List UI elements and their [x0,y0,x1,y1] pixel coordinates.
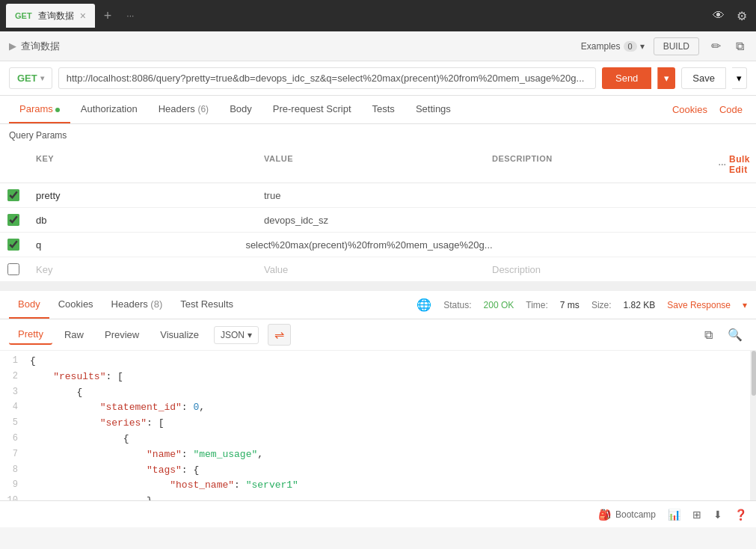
code-line-7: 7 "name": "mem_usage", [0,447,756,463]
status-bar: 🎒 Bootcamp 📊 ⊞ ⬇ ❓ [0,500,756,527]
eye-icon[interactable]: 👁 [710,6,728,25]
examples-button[interactable]: Examples 0 ▾ [581,41,645,52]
download-item[interactable]: ⬇ [713,509,722,521]
param-row-empty: Key Value Description [0,257,756,282]
line-num-1: 1 [0,354,30,369]
tab-body-label: Body [230,103,252,114]
line-content-5: "series": [ [30,416,756,432]
wrap-button[interactable]: ⇌ [268,324,291,346]
tab-headers[interactable]: Headers (6) [148,96,219,123]
desc-pretty[interactable] [483,189,711,201]
checkbox-db[interactable] [0,208,27,232]
copy-icon[interactable]: ⧉ [733,37,747,56]
line-content-10: }, [30,494,756,500]
checkbox-q[interactable] [0,233,27,257]
tab-params[interactable]: Params [9,96,70,123]
fmt-tab-pretty[interactable]: Pretty [9,325,52,345]
examples-label: Examples [581,41,621,52]
key-placeholder[interactable]: Key [27,258,255,281]
save-dropdown-icon[interactable]: ▾ [732,67,747,89]
copy-response-icon[interactable]: ⧉ [700,326,717,343]
resp-tab-headers[interactable]: Headers (8) [102,291,172,319]
send-button[interactable]: Send [602,67,651,89]
tab-body[interactable]: Body [219,96,262,123]
line-num-3: 3 [0,385,30,401]
resp-tab-cookies[interactable]: Cookies [49,291,102,319]
desc-q[interactable] [502,239,711,251]
time-value: 7 ms [560,300,580,310]
help-item[interactable]: ❓ [734,509,747,521]
value-db[interactable]: devops_idc_sz [255,209,483,232]
grid-item[interactable]: ⊞ [692,509,701,521]
value-placeholder[interactable]: Value [255,258,483,281]
tab-prerequest[interactable]: Pre-request Script [262,96,362,123]
method-dropdown-icon: ▾ [40,74,44,82]
right-links: Cookies Code [668,96,747,123]
key-q[interactable]: q [27,233,236,257]
format-actions: ⧉ 🔍 [700,326,747,343]
scrollbar-thumb[interactable] [752,351,756,396]
desc-placeholder[interactable]: Description [483,258,711,281]
resp-tab-test-results[interactable]: Test Results [171,291,242,319]
key-pretty[interactable]: pretty [27,184,255,207]
tab-authorization[interactable]: Authorization [70,96,148,123]
checkbox-pretty[interactable] [0,183,27,207]
key-db[interactable]: db [27,209,255,232]
size-value: 1.82 KB [624,300,656,310]
more-tabs-icon[interactable]: ··· [120,7,140,24]
send-dropdown-icon[interactable]: ▾ [657,67,675,89]
search-response-icon[interactable]: 🔍 [723,326,747,343]
line-num-6: 6 [0,432,30,447]
query-params-title: Query Params [0,124,756,147]
fmt-preview-label: Preview [105,329,139,340]
format-dropdown-icon: ▾ [248,330,252,340]
save-button[interactable]: Save [681,67,726,89]
format-bar: Pretty Raw Preview Visualize JSON ▾ ⇌ ⧉ … [0,319,756,351]
value-pretty[interactable]: true [255,184,483,207]
request-tabs: Params Authorization Headers (6) Body Pr… [0,96,756,124]
edit-icon[interactable]: ✏ [708,36,724,56]
line-content-2: "results": [ [30,369,756,385]
tab-close-icon[interactable]: × [80,10,86,22]
bootcamp-item[interactable]: 🎒 Bootcamp [598,509,656,521]
url-bar: GET ▾ Send ▾ Save ▾ [0,61,756,96]
bulk-edit-button[interactable]: Bulk Edit [729,154,750,175]
format-type-select[interactable]: JSON ▾ [214,326,259,344]
tab-tests-label: Tests [372,103,395,114]
value-q[interactable]: select%20max(precent)%20from%20mem_usage… [236,233,501,257]
fmt-tab-preview[interactable]: Preview [96,325,148,344]
fmt-tab-raw[interactable]: Raw [55,325,93,344]
code-link[interactable]: Code [715,96,747,123]
query-params-section: Query Params KEY VALUE DESCRIPTION ··· B… [0,124,756,282]
cookies-link[interactable]: Cookies [668,96,712,123]
tab-settings[interactable]: Settings [405,96,461,123]
resp-tab-body[interactable]: Body [9,291,49,319]
help-icon: ❓ [734,509,747,521]
fmt-pretty-label: Pretty [18,328,43,340]
param-row-pretty: pretty true [0,183,756,208]
checkbox-empty[interactable] [0,257,27,281]
code-line-2: 2 "results": [ [0,369,756,385]
settings-icon[interactable]: ⚙ [734,6,750,26]
tab-tests[interactable]: Tests [362,96,405,123]
resp-body-label: Body [18,298,40,310]
params-more-icon[interactable]: ··· [719,160,727,169]
fmt-tab-visualize[interactable]: Visualize [151,325,208,344]
request-tab-active[interactable]: GET 查询数据 × [6,4,95,28]
method-select[interactable]: GET ▾ [9,67,52,89]
response-area: Body Cookies Headers (8) Test Results 🌐 … [0,288,756,500]
resp-headers-label: Headers [111,298,148,310]
new-tab-icon[interactable]: + [98,5,118,27]
build-button[interactable]: BUILD [654,37,699,55]
resp-headers-count: (8) [148,298,163,310]
method-value: GET [17,73,37,84]
bar-chart-item[interactable]: 📊 [668,509,680,521]
url-input[interactable] [58,67,596,89]
line-num-2: 2 [0,369,30,385]
line-num-9: 9 [0,478,30,494]
save-response-button[interactable]: Save Response [667,300,731,310]
scrollbar-track [750,351,756,500]
desc-db[interactable] [483,214,711,226]
line-content-7: "name": "mem_usage", [30,447,756,463]
save-resp-dropdown[interactable]: ▾ [743,300,747,310]
